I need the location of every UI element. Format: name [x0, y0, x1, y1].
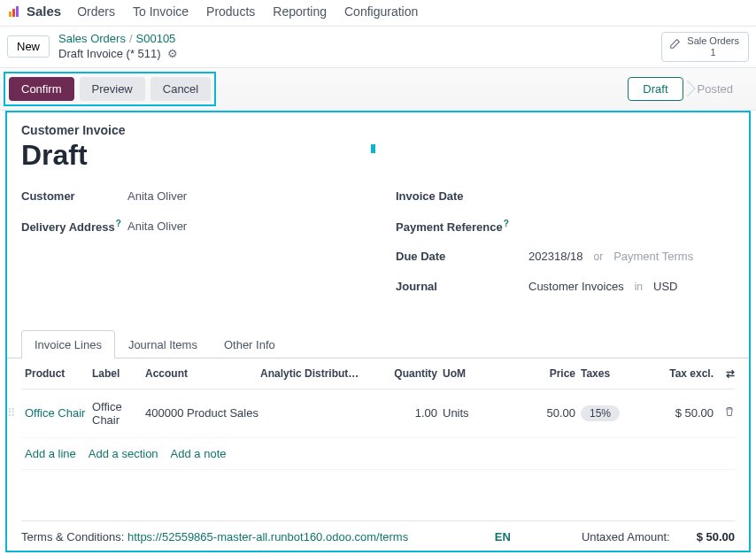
language-selector[interactable]: EN: [495, 530, 511, 543]
col-label[interactable]: Label: [92, 367, 145, 380]
customer-label: Customer: [21, 189, 127, 203]
invoice-form: Customer Invoice Draft Customer Anita Ol…: [5, 111, 751, 552]
brand-label: Sales: [27, 4, 61, 19]
add-note-button[interactable]: Add a note: [171, 447, 227, 460]
col-taxes[interactable]: Taxes: [581, 367, 634, 380]
status-indicator: Draft Posted: [628, 77, 747, 101]
col-account[interactable]: Account: [145, 367, 260, 380]
empty-row: [21, 470, 735, 521]
sale-orders-label: Sale Orders: [687, 35, 739, 47]
untaxed-label: Untaxed Amount:: [582, 530, 670, 543]
form-title: Draft: [21, 139, 735, 172]
cancel-button[interactable]: Cancel: [150, 77, 211, 101]
line-taxexcl: $ 50.00: [634, 406, 714, 420]
sale-orders-count: 1: [687, 47, 739, 58]
nav-products[interactable]: Products: [206, 4, 255, 19]
invoice-lines-grid: Product Label Account Analytic Distribut…: [21, 358, 735, 521]
grid-header: Product Label Account Analytic Distribut…: [21, 358, 735, 389]
expand-icon[interactable]: ⇄: [714, 367, 735, 380]
top-bar: Sales Orders To Invoice Products Reporti…: [0, 0, 756, 27]
line-price[interactable]: 50.00: [496, 406, 575, 420]
tabs: Invoice Lines Journal Items Other Info: [7, 329, 749, 358]
sale-orders-badge[interactable]: Sale Orders 1: [661, 32, 749, 61]
line-account[interactable]: 400000 Product Sales: [145, 406, 260, 420]
line-label[interactable]: Office Chair: [92, 400, 145, 427]
col-quantity[interactable]: Quantity: [375, 367, 437, 380]
app-brand[interactable]: Sales: [7, 4, 61, 19]
preview-button[interactable]: Preview: [80, 77, 145, 101]
nav-reporting[interactable]: Reporting: [273, 4, 327, 19]
nav-configuration[interactable]: Configuration: [344, 4, 418, 19]
terms: Terms & Conditions: https://52559865-mas…: [21, 530, 495, 543]
add-section-button[interactable]: Add a section: [89, 447, 158, 460]
line-actions: Add a line Add a section Add a note: [21, 438, 735, 470]
form-left-column: Customer Anita Oliver Delivery Address? …: [21, 188, 360, 308]
line-product[interactable]: Office Chair: [21, 406, 92, 420]
form-right-column: Invoice Date Payment Reference? Due Date…: [396, 188, 735, 308]
top-nav: Orders To Invoice Products Reporting Con…: [77, 4, 418, 19]
due-date-field[interactable]: 202318/18: [528, 250, 582, 263]
customer-field[interactable]: Anita Oliver: [127, 189, 187, 203]
form-footer: Terms & Conditions: https://52559865-mas…: [21, 521, 735, 551]
line-quantity[interactable]: 1.00: [375, 406, 437, 420]
payment-reference-label: Payment Reference?: [396, 219, 528, 234]
delivery-address-label: Delivery Address?: [21, 219, 127, 234]
brand-icon: [7, 4, 21, 19]
line-taxes[interactable]: 15%: [581, 406, 634, 420]
table-row[interactable]: ⠿ Office Chair Office Chair 400000 Produ…: [21, 389, 735, 438]
add-line-button[interactable]: Add a line: [25, 447, 76, 460]
trash-icon: [724, 406, 735, 417]
due-date-label: Due Date: [396, 250, 528, 263]
untaxed-value: $ 50.00: [697, 530, 735, 543]
help-icon[interactable]: ?: [504, 219, 509, 228]
col-uom[interactable]: UoM: [443, 367, 496, 380]
journal-field[interactable]: Customer Invoices: [528, 280, 624, 293]
or-separator: or: [593, 251, 603, 263]
delete-line-button[interactable]: [714, 406, 735, 420]
line-uom[interactable]: Units: [443, 406, 496, 420]
status-posted[interactable]: Posted: [678, 78, 747, 100]
crumb-order[interactable]: S00105: [136, 32, 176, 45]
terms-prefix: Terms & Conditions:: [21, 530, 127, 543]
help-icon[interactable]: ?: [116, 219, 121, 228]
invoice-date-label: Invoice Date: [396, 189, 528, 203]
col-analytic[interactable]: Analytic Distribut…: [260, 367, 375, 380]
svg-rect-1: [12, 9, 15, 17]
in-separator: in: [635, 281, 643, 293]
edit-icon: [669, 37, 682, 52]
tab-invoice-lines[interactable]: Invoice Lines: [21, 330, 115, 358]
action-buttons: Confirm Preview Cancel: [4, 72, 216, 106]
drag-handle-icon[interactable]: ⠿: [7, 406, 16, 420]
crumb-current: Draft Invoice (* 511): [58, 47, 161, 60]
currency-field[interactable]: USD: [653, 280, 677, 293]
tab-other-info[interactable]: Other Info: [211, 330, 289, 358]
tax-badge: 15%: [581, 405, 620, 421]
action-bar: Confirm Preview Cancel Draft Posted: [0, 67, 756, 111]
col-price[interactable]: Price: [496, 367, 575, 380]
svg-rect-0: [9, 12, 12, 17]
delivery-address-field[interactable]: Anita Oliver: [127, 220, 187, 233]
terms-link[interactable]: https://52559865-master-all.runbot160.od…: [127, 530, 408, 543]
journal-label: Journal: [396, 280, 528, 293]
svg-rect-2: [16, 6, 19, 17]
crumb-sales-orders[interactable]: Sales Orders: [58, 32, 126, 45]
breadcrumb: Sales Orders/S00105 Draft Invoice (* 511…: [58, 32, 178, 62]
nav-orders[interactable]: Orders: [77, 4, 115, 19]
form-subtitle: Customer Invoice: [21, 123, 735, 137]
tab-journal-items[interactable]: Journal Items: [115, 330, 211, 358]
text-cursor: [371, 144, 375, 153]
new-button[interactable]: New: [7, 35, 50, 58]
col-product[interactable]: Product: [21, 367, 92, 380]
confirm-button[interactable]: Confirm: [9, 77, 74, 101]
sub-bar: New Sales Orders/S00105 Draft Invoice (*…: [0, 27, 756, 67]
status-draft[interactable]: Draft: [628, 77, 683, 101]
col-taxexcl[interactable]: Tax excl.: [634, 367, 714, 380]
payment-terms-field[interactable]: Payment Terms: [613, 250, 693, 263]
gear-icon[interactable]: ⚙: [167, 47, 178, 60]
nav-to-invoice[interactable]: To Invoice: [133, 4, 189, 19]
